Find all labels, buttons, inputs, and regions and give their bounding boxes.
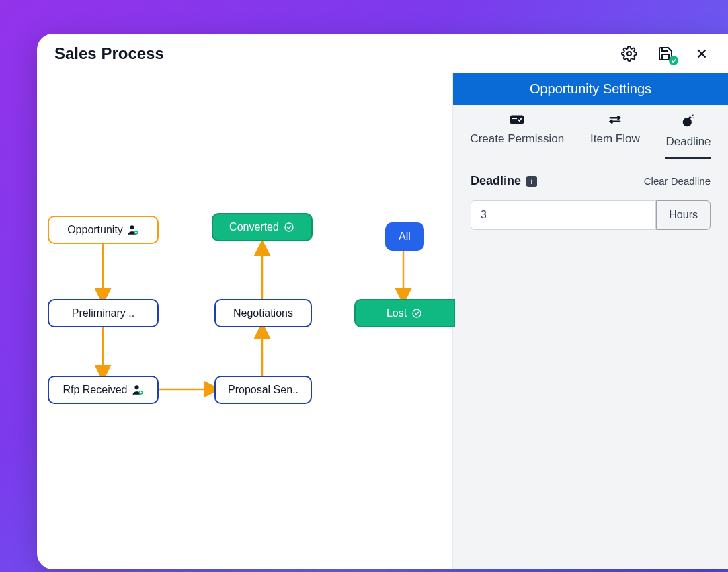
page-title: Sales Process — [54, 44, 164, 63]
node-label: Lost — [387, 307, 407, 319]
settings-panel: Opportunity Settings Create Permission I… — [452, 73, 728, 569]
deadline-header-row: Deadline i Clear Deadline — [471, 174, 711, 188]
svg-point-0 — [627, 52, 631, 56]
node-label: Converted — [229, 221, 279, 233]
deadline-unit-select[interactable]: Hours — [656, 200, 711, 230]
node-label: All — [399, 231, 411, 243]
settings-button[interactable] — [620, 45, 638, 63]
diagram-canvas[interactable]: Opportunity Preliminary .. Rfp Received … — [37, 73, 452, 569]
svg-point-13 — [285, 223, 293, 231]
body: Opportunity Preliminary .. Rfp Received … — [37, 73, 728, 569]
node-rfp-received[interactable]: Rfp Received — [48, 376, 159, 404]
svg-point-11 — [134, 385, 138, 389]
node-lost[interactable]: Lost — [354, 299, 455, 327]
close-icon — [694, 46, 709, 61]
tab-item-flow[interactable]: Item Flow — [590, 114, 640, 159]
card-icon — [510, 114, 524, 128]
bomb-icon — [682, 114, 695, 131]
check-badge-icon — [669, 56, 678, 65]
tab-deadline[interactable]: Deadline — [665, 114, 711, 159]
tab-label: Item Flow — [590, 132, 640, 146]
svg-point-14 — [413, 309, 421, 317]
svg-rect-15 — [510, 116, 524, 124]
exchange-icon — [608, 114, 622, 128]
node-opportunity[interactable]: Opportunity — [48, 216, 159, 244]
deadline-input-row: Hours — [471, 200, 711, 230]
clear-deadline-link[interactable]: Clear Deadline — [644, 175, 711, 187]
panel-title: Opportunity Settings — [453, 73, 728, 105]
person-plus-icon — [127, 224, 139, 236]
node-label: Opportunity — [67, 224, 123, 236]
titlebar-actions — [620, 45, 711, 63]
node-converted[interactable]: Converted — [212, 213, 313, 241]
tab-label: Deadline — [665, 135, 711, 149]
node-negotiations[interactable]: Negotiations — [214, 299, 312, 327]
gear-icon — [621, 46, 637, 62]
node-preliminary[interactable]: Preliminary .. — [48, 299, 159, 327]
svg-rect-16 — [512, 118, 517, 119]
check-circle-icon — [411, 307, 423, 319]
check-circle-icon — [283, 221, 295, 233]
tab-create-permission[interactable]: Create Permission — [470, 114, 564, 159]
panel-content: Deadline i Clear Deadline Hours — [453, 159, 728, 245]
tab-label: Create Permission — [470, 132, 564, 146]
app-window: Sales Process — [37, 34, 728, 569]
node-label: Preliminary .. — [72, 307, 134, 319]
svg-point-17 — [683, 118, 692, 126]
save-button[interactable] — [657, 45, 674, 63]
svg-point-9 — [130, 225, 134, 229]
node-proposal-sent[interactable]: Proposal Sen.. — [214, 376, 312, 404]
panel-tabs: Create Permission Item Flow Deadline — [453, 105, 728, 159]
person-plus-icon — [132, 384, 144, 396]
deadline-value-input[interactable] — [471, 200, 656, 230]
deadline-label-text: Deadline — [471, 174, 521, 188]
node-label: Proposal Sen.. — [228, 384, 298, 396]
node-label: Rfp Received — [63, 384, 127, 396]
deadline-label: Deadline i — [471, 174, 537, 188]
close-button[interactable] — [693, 45, 711, 63]
node-all[interactable]: All — [385, 222, 424, 251]
titlebar: Sales Process — [37, 34, 728, 73]
info-icon[interactable]: i — [526, 176, 537, 187]
node-label: Negotiations — [233, 307, 293, 319]
